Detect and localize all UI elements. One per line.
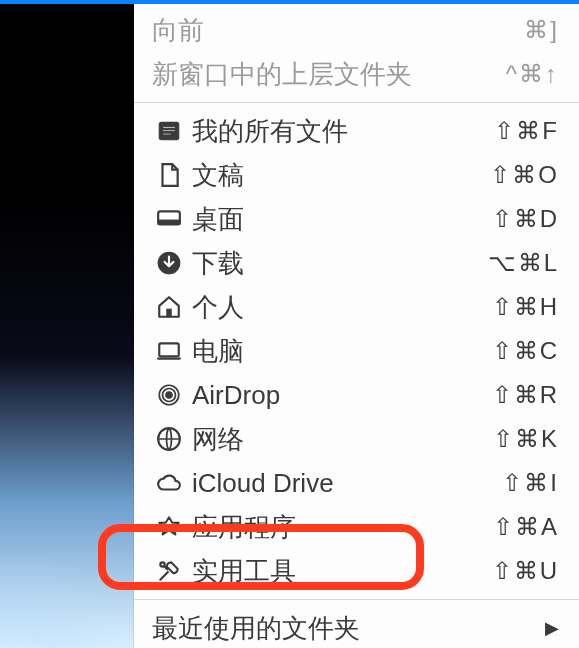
icloud-icon <box>152 470 186 496</box>
computer-icon <box>152 338 186 364</box>
menu-item-enclosing-folder-new-window: 新窗口中的上层文件夹 ^⌘↑ <box>134 52 579 96</box>
menu-item-shortcut: ⇧⌘R <box>492 381 559 409</box>
network-icon <box>152 426 186 452</box>
menu-item-label: 个人 <box>186 290 492 325</box>
menu-item-shortcut: ⌘] <box>524 16 559 44</box>
svg-rect-1 <box>163 127 176 129</box>
menu-item-downloads[interactable]: 下载 ⌥⌘L <box>134 241 579 285</box>
menu-item-label: 文稿 <box>186 158 490 193</box>
svg-point-9 <box>166 392 173 399</box>
menu-item-label: 桌面 <box>186 202 492 237</box>
documents-icon <box>152 162 186 188</box>
menu-item-label: 我的所有文件 <box>186 114 494 149</box>
svg-rect-5 <box>158 220 180 224</box>
all-files-icon <box>152 118 186 144</box>
menu-item-shortcut: ⇧⌘O <box>490 161 559 189</box>
menu-item-utilities[interactable]: 实用工具 ⇧⌘U <box>134 549 579 593</box>
svg-point-13 <box>160 562 164 566</box>
menu-item-shortcut: ⇧⌘C <box>492 337 559 365</box>
downloads-icon <box>152 250 186 276</box>
svg-rect-3 <box>163 133 172 135</box>
menu-item-shortcut: ^⌘↑ <box>506 60 559 88</box>
menu-item-airdrop[interactable]: AirDrop ⇧⌘R <box>134 373 579 417</box>
desktop-icon <box>152 206 186 232</box>
go-menu: 向前 ⌘] 新窗口中的上层文件夹 ^⌘↑ 我的所有文件 ⇧⌘F 文稿 ⇧⌘O 桌… <box>134 4 579 648</box>
menu-item-label: 新窗口中的上层文件夹 <box>152 57 506 92</box>
desktop-backdrop <box>0 0 134 648</box>
menu-item-recent-folders[interactable]: 最近使用的文件夹 ▶ <box>134 606 579 648</box>
applications-icon <box>152 514 186 540</box>
menu-item-computer[interactable]: 电脑 ⇧⌘C <box>134 329 579 373</box>
menu-item-documents[interactable]: 文稿 ⇧⌘O <box>134 153 579 197</box>
menu-item-label: 应用程序 <box>186 510 493 545</box>
menu-item-label: iCloud Drive <box>186 468 502 499</box>
menu-item-shortcut: ⇧⌘D <box>492 205 559 233</box>
menu-separator <box>134 599 579 600</box>
submenu-arrow-icon: ▶ <box>545 617 559 639</box>
menu-item-desktop[interactable]: 桌面 ⇧⌘D <box>134 197 579 241</box>
menu-item-label: 电脑 <box>186 334 492 369</box>
menu-item-label: 实用工具 <box>186 554 492 589</box>
home-icon <box>152 294 186 320</box>
menu-item-shortcut: ⇧⌘I <box>502 469 559 497</box>
menu-item-label: 网络 <box>186 422 493 457</box>
menu-item-applications[interactable]: 应用程序 ⇧⌘A <box>134 505 579 549</box>
menu-item-all-my-files[interactable]: 我的所有文件 ⇧⌘F <box>134 109 579 153</box>
svg-rect-7 <box>167 309 171 317</box>
menu-item-shortcut: ⇧⌘A <box>493 513 559 541</box>
menu-item-shortcut: ⇧⌘K <box>493 425 559 453</box>
menu-separator <box>134 102 579 103</box>
menu-item-label: 向前 <box>152 13 524 48</box>
svg-rect-2 <box>163 130 176 132</box>
menu-item-label: AirDrop <box>186 380 492 411</box>
menu-item-forward: 向前 ⌘] <box>134 8 579 52</box>
svg-rect-8 <box>159 343 179 356</box>
menu-item-network[interactable]: 网络 ⇧⌘K <box>134 417 579 461</box>
menu-item-shortcut: ⇧⌘F <box>494 117 559 145</box>
menu-item-shortcut: ⇧⌘U <box>492 557 559 585</box>
airdrop-icon <box>152 382 186 408</box>
menu-item-shortcut: ⇧⌘H <box>492 293 559 321</box>
menu-item-icloud-drive[interactable]: iCloud Drive ⇧⌘I <box>134 461 579 505</box>
menu-item-home[interactable]: 个人 ⇧⌘H <box>134 285 579 329</box>
menu-item-label: 下载 <box>186 246 488 281</box>
menu-item-shortcut: ⌥⌘L <box>488 249 559 277</box>
menu-item-label: 最近使用的文件夹 <box>152 611 545 646</box>
utilities-icon <box>152 558 186 584</box>
